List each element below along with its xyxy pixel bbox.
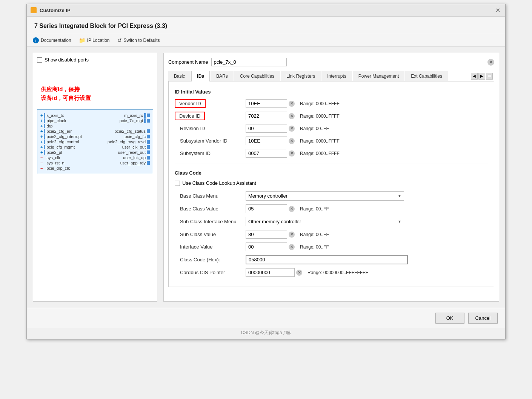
revision-id-row: Revision ID ✕ Range: 00..FF [175, 124, 488, 133]
window-title: Customize IP [40, 8, 71, 13]
revision-id-input[interactable] [246, 124, 287, 133]
base-class-menu-select[interactable]: Memory controller ▼ [246, 191, 404, 201]
tab-nav-menu[interactable]: ☰ [486, 73, 493, 80]
tab-nav: ◀ ▶ ☰ [469, 71, 494, 81]
ip-location-button[interactable]: 📁 IP Location [79, 37, 110, 43]
device-id-row: Device ID ✕ Range: 0000..FFFF [175, 112, 488, 120]
interface-value-input[interactable] [246, 242, 287, 251]
bar-cfg-interrupt [44, 134, 45, 139]
title-bar: Customize IP ✕ [27, 4, 505, 17]
vendor-id-input[interactable] [246, 99, 287, 108]
component-name-row: Component Name ✕ [168, 58, 494, 66]
vendor-id-label-bordered: Vendor ID [175, 99, 206, 108]
subsystem-id-clear[interactable]: ✕ [289, 150, 295, 157]
device-annotation: 设备id，可自行设置 [41, 94, 153, 102]
cancel-button[interactable]: Cancel [468, 313, 498, 324]
cardbus-input-wrap: ✕ [246, 268, 302, 277]
tab-nav-right[interactable]: ▶ [478, 73, 485, 80]
subsystem-vendor-id-range: Range: 0000..FFFF [300, 138, 340, 144]
vendor-id-label: Vendor ID [175, 99, 243, 108]
component-name-label: Component Name [168, 59, 208, 65]
tab-ext-capabilities[interactable]: Ext Capabilities [405, 71, 448, 81]
use-lookup-checkbox[interactable] [175, 181, 180, 186]
sub-class-value-input[interactable] [246, 230, 287, 239]
connector-pcie-7x-mgt [147, 119, 150, 123]
device-id-input[interactable] [246, 112, 287, 120]
revision-id-input-wrap: ✕ [246, 124, 295, 133]
base-class-range: Range: 00..FF [300, 206, 329, 212]
tab-bars[interactable]: BARs [211, 71, 234, 81]
toolbar: i Documentation 📁 IP Location ↺ Switch t… [27, 34, 505, 47]
interface-value-row: Interface Value ✕ Range: 00..FF [175, 242, 488, 251]
class-code-hex-label: Class Code (Hex): [175, 257, 243, 262]
class-code-hex-row: Class Code (Hex): [175, 255, 488, 264]
bar-cfg-control [44, 140, 45, 144]
plus-icon-cfg-mgmt: + [40, 145, 43, 149]
tab-nav-left[interactable]: ◀ [471, 73, 478, 80]
bar-m-axis-rx [144, 113, 146, 118]
schematic-block: + s_axis_tx m_axis_rx + pipe_clock [37, 109, 153, 174]
subsystem-id-input[interactable] [246, 149, 287, 158]
component-clear-button[interactable]: ✕ [487, 59, 494, 66]
main-window: Customize IP ✕ 7 Series Integrated Block… [26, 4, 506, 339]
sub-class-dropdown-arrow[interactable]: ▼ [395, 219, 404, 224]
vendor-id-row: Vendor ID ✕ Range: 0000..FFFF [175, 99, 488, 108]
app-title: 7 Series Integrated Block for PCI Expres… [27, 17, 505, 34]
show-ports-checkbox[interactable] [37, 57, 42, 63]
connector-m-axis-rx [147, 114, 150, 117]
sub-class-value-input-wrap: ✕ [246, 230, 295, 239]
subsystem-id-label: Subsystem ID [175, 150, 243, 156]
base-class-menu-value: Memory controller [246, 192, 395, 200]
bottom-bar: OK Cancel [27, 308, 505, 328]
base-class-value-clear[interactable]: ✕ [289, 206, 295, 212]
tab-link-registers[interactable]: Link Registers [281, 71, 321, 81]
bar-pipe-clock [44, 118, 45, 123]
subsystem-vendor-id-clear[interactable]: ✕ [289, 138, 295, 144]
cardbus-row: Cardbus CIS Pointer ✕ Range: 00000000..F… [175, 268, 488, 277]
plus-icon-s-axis-tx: + [40, 113, 43, 118]
tab-core-capabilities[interactable]: Core Capabilities [234, 71, 280, 81]
tab-content-ids: ID Initial Values Vendor ID ✕ Range: 000… [168, 81, 494, 287]
class-code-section: Class Code Use Class Code Lookup Assista… [175, 170, 488, 277]
sub-class-menu-select[interactable]: Other memory controller ▼ [246, 217, 404, 226]
base-class-value-row: Base Class Value ✕ Range: 00..FF [175, 204, 488, 213]
documentation-button[interactable]: i Documentation [33, 37, 71, 43]
base-class-value-label: Base Class Value [175, 206, 243, 212]
plus-icon-drp: + [40, 124, 43, 128]
cardbus-input[interactable] [246, 268, 295, 277]
bar-drp [44, 124, 45, 128]
subsystem-vendor-id-input-wrap: ✕ [246, 137, 295, 145]
subsystem-vendor-id-input[interactable] [246, 137, 287, 145]
vendor-id-clear[interactable]: ✕ [289, 101, 295, 107]
close-button[interactable]: ✕ [494, 6, 501, 14]
bar-pcie2-pl [44, 150, 45, 155]
tab-interrupts[interactable]: Interrupts [321, 71, 352, 81]
tab-ids[interactable]: IDs [191, 71, 210, 81]
class-code-hex-input[interactable] [246, 255, 408, 264]
base-class-dropdown-arrow[interactable]: ▼ [395, 194, 404, 198]
vendor-id-range: Range: 0000..FFFF [300, 101, 340, 106]
interface-value-label: Interface Value [175, 244, 243, 250]
interface-value-clear[interactable]: ✕ [289, 244, 295, 250]
cardbus-range: Range: 00000000..FFFFFFFF [308, 270, 368, 275]
info-icon: i [33, 37, 39, 43]
left-panel: Show disabled ports 供应商id，保持 设备id，可自行设置 … [33, 53, 157, 302]
switch-defaults-button[interactable]: ↺ Switch to Defaults [117, 37, 160, 43]
vendor-annotation: 供应商id，保持 [41, 85, 153, 93]
tab-power-management[interactable]: Power Management [353, 71, 404, 81]
tab-basic[interactable]: Basic [168, 71, 191, 81]
main-content: Show disabled ports 供应商id，保持 设备id，可自行设置 … [27, 47, 505, 308]
ok-button[interactable]: OK [435, 313, 464, 324]
minus-icon-sys-rst: − [40, 161, 43, 165]
sub-class-value-clear[interactable]: ✕ [289, 232, 295, 238]
device-id-clear[interactable]: ✕ [289, 113, 295, 119]
revision-id-clear[interactable]: ✕ [289, 126, 295, 132]
base-class-value-input[interactable] [246, 204, 287, 213]
plus-icon-cfg-err: + [40, 129, 43, 134]
right-panel: Component Name ✕ Basic IDs BARs Core Cap… [163, 53, 499, 302]
cardbus-clear[interactable]: ✕ [296, 270, 302, 276]
device-id-label-bordered: Device ID [175, 112, 205, 120]
component-name-input[interactable] [211, 58, 287, 66]
minus-icon-drp-clk: − [40, 166, 43, 170]
plus-icon-pcie2-pl: + [40, 150, 43, 155]
